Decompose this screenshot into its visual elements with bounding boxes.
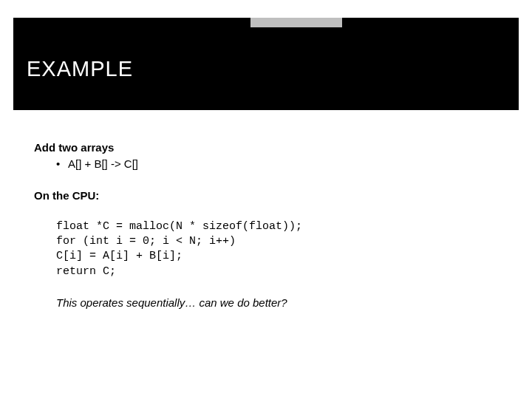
heading-add-two-arrays: Add two arrays (34, 140, 498, 155)
bullet-text: A[] + B[] -> C[] (68, 157, 138, 170)
code-block: float *C = malloc(N * sizeof(float)); fo… (56, 219, 498, 279)
accent-segment-black-left (13, 18, 250, 27)
accent-segment-gray (250, 18, 341, 27)
accent-segment-black-right (342, 18, 519, 27)
slide-title: EXAMPLE (13, 57, 133, 81)
slide: EXAMPLE Add two arrays A[] + B[] -> C[] … (0, 0, 532, 399)
title-band: EXAMPLE (13, 27, 519, 110)
heading-on-the-cpu: On the CPU: (34, 188, 498, 203)
header-accent-bar (13, 18, 519, 27)
slide-body: Add two arrays A[] + B[] -> C[] On the C… (34, 140, 498, 310)
bullet-arrays-expression: A[] + B[] -> C[] (34, 157, 498, 171)
closing-remark: This operates sequentially… can we do be… (56, 296, 498, 310)
